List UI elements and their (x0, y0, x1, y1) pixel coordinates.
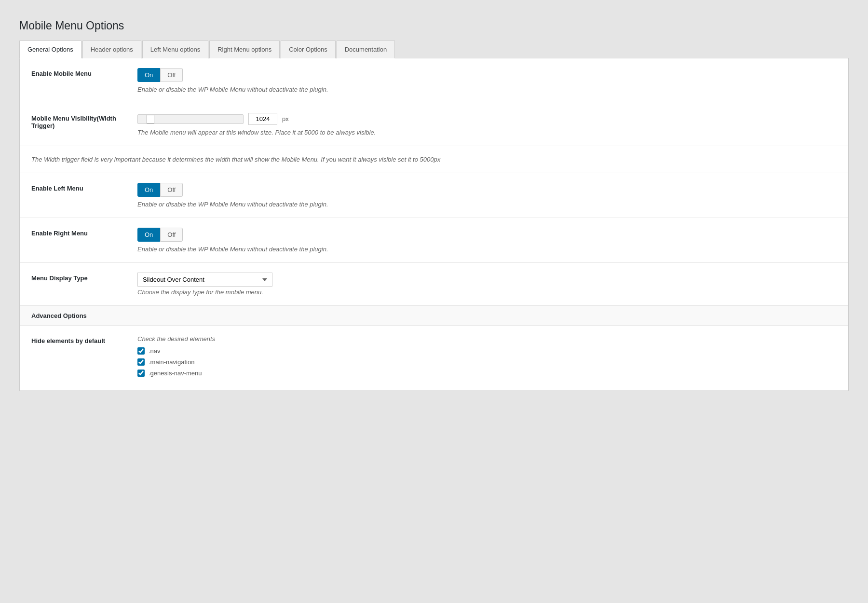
visibility-row: Mobile Menu Visibility(Width Trigger) px… (20, 103, 848, 146)
enable-left-menu-content: On Off Enable or disable the WP Mobile M… (137, 183, 837, 208)
enable-right-menu-off[interactable]: Off (160, 228, 183, 242)
enable-right-menu-toggle: On Off (137, 228, 837, 242)
advanced-options-label: Advanced Options (31, 312, 87, 319)
checkbox-nav: .nav (137, 347, 837, 355)
checkbox-genesis-nav-menu-label[interactable]: .genesis-nav-menu (149, 370, 202, 377)
checkbox-nav-label[interactable]: .nav (149, 347, 161, 355)
enable-mobile-menu-toggle: On Off (137, 68, 837, 82)
enable-right-menu-description: Enable or disable the WP Mobile Menu wit… (137, 246, 837, 253)
checkbox-nav-input[interactable] (137, 347, 145, 355)
visibility-description: The Mobile menu will appear at this wind… (137, 129, 837, 136)
hide-elements-label: Hide elements by default (31, 335, 137, 344)
checkbox-genesis-nav-menu: .genesis-nav-menu (137, 370, 837, 377)
page-title: Mobile Menu Options (19, 19, 849, 32)
checkbox-main-navigation-label[interactable]: .main-navigation (149, 358, 194, 366)
display-type-label: Menu Display Type (31, 273, 137, 282)
enable-left-menu-description: Enable or disable the WP Mobile Menu wit… (137, 201, 837, 208)
display-type-content: Slideout Over Content Slideout Push Cont… (137, 273, 837, 296)
hide-elements-row: Hide elements by default Check the desir… (20, 326, 848, 391)
enable-left-menu-row: Enable Left Menu On Off Enable or disabl… (20, 173, 848, 218)
tab-header[interactable]: Header options (82, 41, 141, 58)
slider-track[interactable] (137, 114, 244, 124)
enable-mobile-menu-row: Enable Mobile Menu On Off Enable or disa… (20, 58, 848, 103)
enable-right-menu-row: Enable Right Menu On Off Enable or disab… (20, 218, 848, 263)
enable-right-menu-content: On Off Enable or disable the WP Mobile M… (137, 228, 837, 253)
visibility-input[interactable] (248, 113, 277, 125)
checkbox-genesis-nav-menu-input[interactable] (137, 370, 145, 377)
slider-thumb[interactable] (147, 115, 154, 123)
enable-left-menu-off[interactable]: Off (160, 183, 183, 197)
display-type-row: Menu Display Type Slideout Over Content … (20, 263, 848, 306)
notice-text: The Width trigger field is very importan… (31, 156, 837, 163)
hide-elements-content: Check the desired elements .nav .main-na… (137, 335, 837, 381)
check-description: Check the desired elements (137, 335, 837, 343)
tab-right-menu[interactable]: Right Menu options (209, 41, 280, 58)
slider-container: px (137, 113, 837, 125)
notice-row: The Width trigger field is very importan… (20, 146, 848, 173)
display-type-description: Choose the display type for the mobile m… (137, 288, 837, 296)
enable-mobile-menu-on[interactable]: On (137, 68, 160, 82)
enable-left-menu-on[interactable]: On (137, 183, 160, 197)
enable-mobile-menu-description: Enable or disable the WP Mobile Menu wit… (137, 86, 837, 93)
enable-left-menu-toggle: On Off (137, 183, 837, 197)
enable-mobile-menu-label: Enable Mobile Menu (31, 68, 137, 77)
tab-color[interactable]: Color Options (281, 41, 335, 58)
visibility-content: px The Mobile menu will appear at this w… (137, 113, 837, 136)
tab-general[interactable]: General Options (19, 41, 81, 58)
tab-documentation[interactable]: Documentation (337, 41, 395, 58)
checkbox-main-navigation-input[interactable] (137, 358, 145, 366)
enable-right-menu-label: Enable Right Menu (31, 228, 137, 237)
tabs-container: General Options Header options Left Menu… (19, 40, 849, 58)
enable-mobile-menu-off[interactable]: Off (160, 68, 183, 82)
settings-panel: Enable Mobile Menu On Off Enable or disa… (19, 58, 849, 391)
visibility-unit: px (282, 115, 289, 123)
enable-left-menu-label: Enable Left Menu (31, 183, 137, 192)
checkbox-main-navigation: .main-navigation (137, 358, 837, 366)
visibility-label: Mobile Menu Visibility(Width Trigger) (31, 113, 137, 129)
enable-right-menu-on[interactable]: On (137, 228, 160, 242)
enable-mobile-menu-content: On Off Enable or disable the WP Mobile M… (137, 68, 837, 93)
tab-left-menu[interactable]: Left Menu options (142, 41, 208, 58)
display-type-select[interactable]: Slideout Over Content Slideout Push Cont… (137, 273, 272, 287)
advanced-options-section: Advanced Options (20, 306, 848, 326)
